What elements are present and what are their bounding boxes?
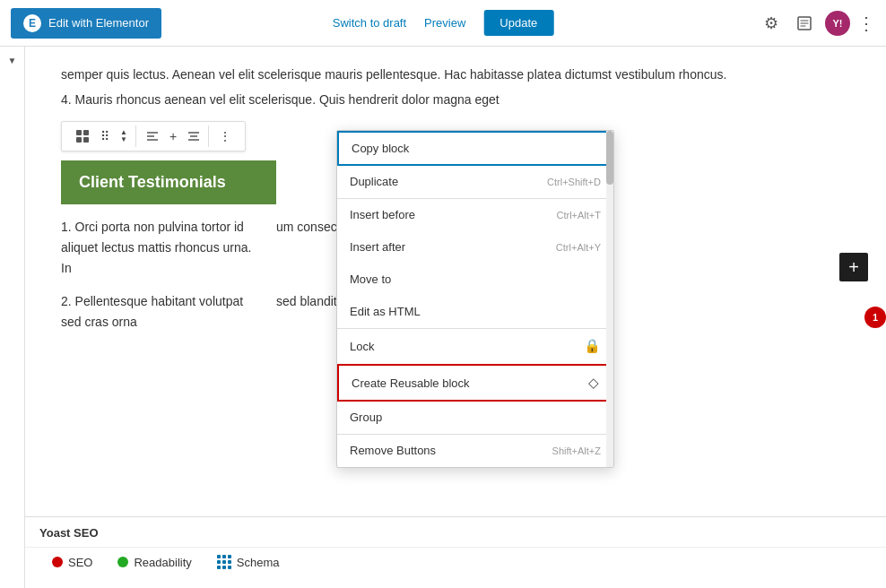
- schema-grid-icon: [217, 555, 231, 569]
- context-menu-item-copy[interactable]: Copy block: [337, 131, 613, 166]
- context-menu-item-remove-buttons[interactable]: Remove Buttons Shift+Alt+Z: [337, 435, 613, 467]
- settings-icon-button[interactable]: ⚙: [759, 10, 784, 37]
- left-sidebar: ▼: [0, 47, 25, 588]
- schema-tab-label: Schema: [237, 556, 280, 569]
- lock-icon: 🔒: [584, 338, 601, 354]
- green-header-text: Client Testimonials: [79, 173, 226, 191]
- insert-before-label: Insert before: [350, 208, 415, 221]
- preview-button[interactable]: Preview: [424, 16, 465, 30]
- move-up-button[interactable]: ▲ ▼: [116, 125, 132, 147]
- yoast-tabs: SEO Readability Schema: [25, 547, 886, 576]
- notification-count: 1: [873, 312, 878, 323]
- list-item-1-left: 1. Orci porta non pulvina tortor id aliq…: [61, 217, 258, 286]
- duplicate-label: Duplicate: [350, 175, 398, 188]
- seo-dot: [52, 557, 63, 567]
- remove-buttons-shortcut: Shift+Alt+Z: [552, 445, 601, 456]
- add-button[interactable]: +: [165, 125, 181, 147]
- lock-label: Lock: [350, 340, 374, 353]
- move-to-label: Move to: [350, 272, 391, 286]
- readability-tab-label: Readability: [134, 556, 191, 569]
- edit-icon-button[interactable]: [791, 12, 818, 35]
- notification-badge: 1: [864, 307, 886, 328]
- context-menu-item-create-reusable[interactable]: Create Reusable block ◇: [337, 364, 613, 402]
- svg-rect-4: [83, 137, 89, 143]
- context-menu-item-move-to[interactable]: Move to: [337, 264, 613, 296]
- yoast-tab-seo[interactable]: SEO: [39, 548, 105, 576]
- context-menu-item-lock[interactable]: Lock 🔒: [337, 329, 613, 364]
- svg-rect-1: [76, 130, 82, 135]
- insert-after-label: Insert after: [350, 240, 405, 254]
- remove-buttons-label: Remove Buttons: [350, 444, 436, 457]
- block-type-button[interactable]: [71, 125, 94, 147]
- context-menu-item-group[interactable]: Group: [337, 402, 613, 434]
- align-center-button[interactable]: [183, 126, 204, 146]
- group-label: Group: [350, 411, 382, 424]
- update-button[interactable]: Update: [483, 10, 553, 36]
- seo-tab-label: SEO: [68, 556, 92, 569]
- top-bar-right-actions: ⚙ Y! ⋮: [759, 10, 875, 37]
- edit-as-html-label: Edit as HTML: [350, 305, 421, 318]
- more-block-options-button[interactable]: ⋮: [214, 125, 236, 147]
- yoast-tab-schema[interactable]: Schema: [204, 548, 292, 576]
- yoast-title: Yoast SEO: [25, 517, 886, 547]
- context-menu-item-edit-html[interactable]: Edit as HTML: [337, 296, 613, 328]
- drag-handle-button[interactable]: ⠿: [96, 125, 114, 147]
- list-item-4-text: 4. Mauris rhoncus aenean vel elit sceler…: [61, 90, 832, 109]
- svg-rect-2: [83, 130, 89, 135]
- yoast-panel: Yoast SEO SEO Readability Schema: [25, 516, 886, 588]
- context-menu: Copy block Duplicate Ctrl+Shift+D Insert…: [336, 130, 614, 468]
- scrollbar-track[interactable]: [606, 131, 613, 467]
- copy-block-label: Copy block: [352, 142, 409, 155]
- paragraph-text: semper quis lectus. Aenean vel elit scel…: [61, 65, 832, 84]
- list-item-2-text: 2. Pellentesque habitant volutpat sed cr…: [61, 291, 258, 333]
- yoast-tab-readability[interactable]: Readability: [105, 548, 204, 576]
- block-toolbar: ⠿ ▲ ▼ + ⋮: [61, 121, 246, 151]
- align-left-button[interactable]: [142, 126, 163, 146]
- context-menu-item-insert-before[interactable]: Insert before Ctrl+Alt+T: [337, 199, 613, 231]
- scrollbar-thumb[interactable]: [606, 131, 613, 185]
- elementor-icon: E: [23, 14, 41, 32]
- content-paragraph: semper quis lectus. Aenean vel elit scel…: [61, 47, 832, 110]
- reusable-icon: ◇: [588, 375, 599, 391]
- duplicate-shortcut: Ctrl+Shift+D: [547, 177, 601, 187]
- top-bar: E Edit with Elementor Switch to draft Pr…: [0, 0, 886, 47]
- create-reusable-label: Create Reusable block: [352, 376, 470, 390]
- edit-elementor-button[interactable]: E Edit with Elementor: [11, 8, 161, 39]
- context-menu-item-duplicate[interactable]: Duplicate Ctrl+Shift+D: [337, 166, 613, 198]
- readability-dot: [117, 557, 128, 567]
- svg-rect-3: [76, 137, 82, 143]
- list-item-2-left: 2. Pellentesque habitant volutpat sed cr…: [61, 291, 258, 340]
- top-bar-center-actions: Switch to draft Preview Update: [333, 10, 554, 36]
- green-header-block: Client Testimonials: [61, 160, 276, 204]
- toolbar-group-3: ⋮: [211, 125, 239, 147]
- list-item-1-text: 1. Orci porta non pulvina tortor id aliq…: [61, 217, 258, 279]
- insert-after-shortcut: Ctrl+Alt+Y: [556, 242, 601, 253]
- add-block-button[interactable]: +: [839, 253, 868, 281]
- more-options-button[interactable]: ⋮: [857, 13, 875, 34]
- edit-elementor-label: Edit with Elementor: [48, 16, 149, 30]
- yoast-toolbar-icon[interactable]: Y!: [825, 11, 850, 36]
- context-menu-item-insert-after[interactable]: Insert after Ctrl+Alt+Y: [337, 231, 613, 264]
- switch-to-draft-button[interactable]: Switch to draft: [333, 16, 406, 30]
- toolbar-group-2: +: [138, 125, 209, 147]
- sidebar-collapse-arrow[interactable]: ▼: [6, 54, 19, 67]
- insert-before-shortcut: Ctrl+Alt+T: [556, 210, 601, 220]
- toolbar-group-1: ⠿ ▲ ▼: [67, 125, 136, 147]
